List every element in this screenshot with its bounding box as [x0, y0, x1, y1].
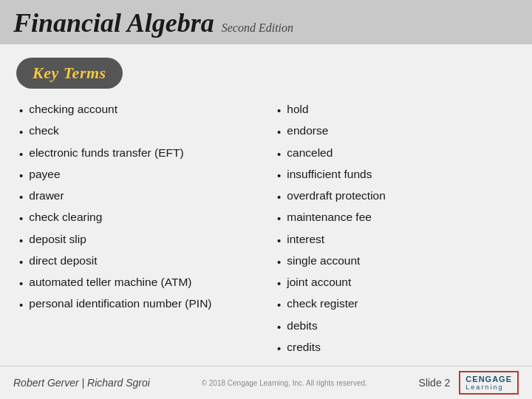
term-text: debits [287, 318, 317, 334]
bullet-icon: • [277, 320, 281, 335]
right-term-item: •interest [277, 232, 513, 248]
left-term-item: •check [19, 123, 255, 140]
term-text: credits [287, 340, 321, 355]
bullet-icon: • [19, 233, 23, 248]
slide-number: Slide 2 [419, 377, 451, 389]
term-text: drawer [29, 188, 64, 204]
header: Financial Algebra Second Edition [0, 0, 532, 44]
cengage-brand-bottom: Learning [466, 383, 512, 391]
content-area: Key Terms •checking account•check•electr… [0, 44, 532, 370]
cengage-logo: CENGAGE Learning [459, 371, 519, 395]
bullet-icon: • [277, 211, 281, 226]
left-term-item: •electronic funds transfer (EFT) [19, 146, 255, 162]
bullet-icon: • [19, 125, 23, 140]
bullet-icon: • [19, 298, 23, 313]
bullet-icon: • [277, 168, 281, 183]
bullet-icon: • [277, 103, 281, 118]
term-text: checking account [29, 102, 117, 117]
footer-authors: Robert Gerver | Richard Sgroi [13, 377, 150, 389]
bullet-icon: • [277, 233, 281, 248]
bullet-icon: • [277, 125, 281, 140]
left-term-item: •check clearing [19, 210, 255, 226]
bullet-icon: • [277, 190, 281, 205]
bullet-icon: • [19, 276, 23, 291]
title-main: Financial Algebra [13, 7, 214, 38]
right-term-item: •credits [277, 340, 513, 356]
bullet-icon: • [19, 255, 23, 270]
term-text: payee [29, 167, 60, 183]
bullet-icon: • [19, 147, 23, 162]
left-term-item: •deposit slip [19, 232, 255, 248]
footer: Robert Gerver | Richard Sgroi © 2018 Cen… [0, 366, 532, 399]
title-sub: Second Edition [222, 21, 293, 35]
left-term-item: •drawer [19, 188, 255, 205]
term-text: check register [287, 296, 358, 312]
bullet-icon: • [19, 211, 23, 226]
bullet-icon: • [277, 147, 281, 162]
bullet-icon: • [277, 255, 281, 270]
left-column: •checking account•check•electronic funds… [19, 102, 255, 361]
term-text: direct deposit [29, 253, 97, 269]
term-text: endorse [287, 123, 328, 139]
right-term-item: •overdraft protection [277, 188, 513, 205]
left-term-item: •direct deposit [19, 253, 255, 270]
bullet-icon: • [19, 190, 23, 205]
left-term-item: •personal identification number (PIN) [19, 296, 255, 313]
terms-container: •checking account•check•electronic funds… [16, 102, 516, 361]
right-term-item: •single account [277, 253, 513, 270]
right-term-item: •endorse [277, 123, 513, 140]
footer-right: Slide 2 CENGAGE Learning [419, 371, 519, 395]
term-text: personal identification number (PIN) [29, 296, 211, 312]
right-term-item: •hold [277, 102, 513, 118]
right-column: •hold•endorse•canceled•insufficient fund… [277, 102, 513, 361]
term-text: single account [287, 253, 360, 269]
term-text: check [29, 123, 59, 139]
left-term-item: •checking account [19, 102, 255, 118]
cengage-brand-top: CENGAGE [466, 375, 512, 383]
term-text: overdraft protection [287, 188, 386, 204]
left-term-item: •payee [19, 167, 255, 183]
term-text: hold [287, 102, 308, 117]
bullet-icon: • [277, 341, 281, 356]
right-term-item: •debits [277, 318, 513, 335]
right-term-item: •check register [277, 296, 513, 313]
bullet-icon: • [277, 298, 281, 313]
bullet-icon: • [19, 168, 23, 183]
term-text: electronic funds transfer (EFT) [29, 146, 183, 161]
term-text: deposit slip [29, 232, 86, 248]
right-term-item: •insufficient funds [277, 167, 513, 183]
term-text: canceled [287, 146, 332, 161]
term-text: automated teller machine (ATM) [29, 275, 191, 290]
term-text: interest [287, 232, 324, 248]
term-text: insufficient funds [287, 167, 372, 183]
left-term-item: •automated teller machine (ATM) [19, 275, 255, 291]
term-text: check clearing [29, 210, 102, 225]
key-terms-badge: Key Terms [16, 58, 123, 89]
term-text: maintenance fee [287, 210, 372, 225]
bullet-icon: • [19, 103, 23, 118]
right-term-item: •joint account [277, 275, 513, 291]
right-term-item: •canceled [277, 146, 513, 162]
bullet-icon: • [277, 276, 281, 291]
right-term-item: •maintenance fee [277, 210, 513, 226]
term-text: joint account [287, 275, 351, 290]
footer-copyright: © 2018 Cengage Learning, Inc. All rights… [202, 379, 367, 387]
